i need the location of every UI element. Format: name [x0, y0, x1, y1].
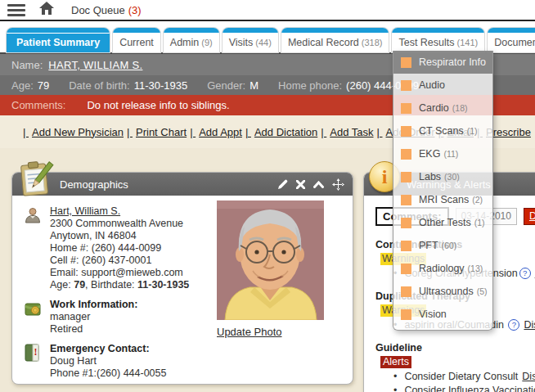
close-icon[interactable] [296, 180, 305, 189]
tab-visits[interactable]: Visits(44) [223, 28, 278, 52]
svg-text:!: ! [34, 346, 38, 358]
guideline-section: Guideline Alerts Consider Dietary Consul… [375, 342, 535, 392]
guideline-item: Consider Influenza VaccinationDismiss [393, 385, 535, 392]
tab-medical-record[interactable]: Medical Record(318) [281, 28, 389, 52]
category-square-icon [401, 241, 411, 251]
gender-field: Gender:M [207, 79, 259, 92]
tab-label: Visits [229, 37, 254, 48]
doc-queue-link[interactable]: Doc Queue [71, 4, 125, 16]
person-icon [24, 205, 50, 291]
dropdown-item-audio[interactable]: Audio [393, 74, 492, 97]
help-icon[interactable]: ? [508, 319, 519, 331]
emergency-phone: Phone #1:(260) 444-0055 [50, 367, 166, 379]
tab-documents[interactable]: Documents [488, 28, 535, 52]
tab-label: Patient Summary [16, 37, 100, 48]
work-info-block: Work Information: manager Retired [24, 299, 216, 336]
top-bar: Doc Queue (3) [0, 0, 535, 21]
emergency-book-icon: ! [24, 343, 50, 380]
patient-photo [217, 201, 324, 320]
app-window: Doc Queue (3) Patient Summary Current Ad… [0, 0, 535, 392]
category-square-icon [401, 126, 411, 137]
tab-label: Test Results [398, 37, 454, 48]
demographics-header: Demographics [12, 173, 353, 196]
tab-label: Admin [170, 37, 199, 48]
chart-tab-bar: Patient Summary Current Admin(9) Visits(… [0, 21, 535, 54]
dismiss-link[interactable]: Dismiss [524, 319, 535, 331]
emergency-contact-block: ! Emergency Contact: Doug Hart Phone #1:… [24, 343, 216, 380]
category-square-icon [401, 264, 411, 274]
hamburger-menu-icon[interactable] [7, 4, 25, 16]
guideline-item: Consider Dietary ConsultDismiss [393, 371, 535, 383]
move-handle-icon[interactable] [332, 178, 344, 191]
dropdown-item-cardio[interactable]: Cardio(18) [393, 97, 492, 119]
tab-count: (141) [457, 38, 479, 47]
clipboard-icon [16, 160, 55, 199]
doc-queue-count: (3) [128, 4, 142, 16]
category-square-icon [401, 103, 411, 114]
email: Email: support@mieweb.com [50, 267, 183, 278]
tab-count: (44) [255, 38, 272, 47]
update-photo-link[interactable]: Update Photo [217, 326, 282, 338]
edit-pencil-icon[interactable] [277, 179, 288, 190]
home-icon[interactable] [38, 1, 55, 19]
tab-label: Medical Record [288, 37, 359, 48]
add-task-link[interactable]: Add Task [317, 126, 373, 138]
category-square-icon [401, 286, 411, 297]
tab-test-results[interactable]: Test Results(141) [392, 28, 484, 52]
print-chart-link[interactable]: Print Chart [124, 126, 187, 138]
category-square-icon [401, 309, 411, 320]
demographics-patient-name-link[interactable]: Hart, William S. [50, 205, 120, 217]
patient-contact-block: Hart, William S. 2300 Commonwealth Avenu… [24, 205, 216, 291]
tab-count: (318) [362, 38, 383, 47]
dropdown-item-ct-scans[interactable]: CT Scans(1) [393, 119, 492, 142]
age-field: Age:79 [11, 79, 49, 92]
dob-field: Date of birth:11-30-1935 [69, 79, 187, 92]
tab-count: (9) [201, 38, 212, 47]
dropdown-item-vision[interactable]: Vision [393, 303, 492, 326]
address-line1: 2300 Commonwealth Avenue [50, 218, 183, 229]
dropdown-item-pft[interactable]: PFT(60) [393, 234, 492, 257]
section-title: Guideline [375, 342, 535, 354]
category-square-icon [401, 195, 411, 205]
add-new-physician-link[interactable]: Add New Physician [20, 126, 124, 138]
emergency-name: Doug Hart [50, 355, 97, 367]
category-square-icon [401, 218, 411, 228]
tab-patient-summary[interactable]: Patient Summary [7, 28, 110, 52]
patient-name-link[interactable]: HART, WILLIAM S. [48, 59, 142, 71]
comments-text: Do not release info to siblings. [87, 99, 229, 111]
category-square-icon [401, 172, 411, 182]
cell-phone: Cell #: (260) 437-0001 [50, 255, 151, 266]
address-line2: Anytown, IN 46804 [50, 230, 137, 241]
work-title: Work Information: [50, 299, 137, 310]
home-phone: Home #: (260) 444-0099 [50, 242, 161, 254]
alerts-tag: Alerts [380, 356, 411, 368]
age-birthdate-line: Age: 79, Birthdate: 11-30-1935 [50, 279, 189, 291]
help-icon[interactable]: ? [519, 268, 531, 279]
comments-label: Comments: [11, 99, 65, 111]
demographics-panel: Demographics Hart, William S. 2300 Commo… [11, 172, 353, 385]
add-dictation-link[interactable]: Add Dictation [242, 126, 317, 138]
dismiss-link[interactable]: Dismiss [522, 371, 535, 382]
dropdown-item-labs[interactable]: Labs(30) [393, 165, 492, 188]
work-occupation: manager [50, 311, 90, 322]
work-status: Retired [50, 323, 83, 335]
tab-label: Documents [494, 37, 535, 48]
collapse-chevron-icon[interactable] [313, 181, 324, 188]
category-square-icon [401, 57, 411, 68]
panel-title: Demographics [60, 178, 128, 191]
add-appt-link[interactable]: Add Appt [187, 126, 242, 138]
dropdown-item-radiology[interactable]: Radiology(13) [393, 257, 492, 280]
dropdown-item-ekg[interactable]: EKG(11) [393, 142, 492, 165]
dropdown-item-respirator-info[interactable]: Respirator Info [393, 51, 492, 74]
dropdown-item-other-tests[interactable]: Other Tests(1) [393, 211, 492, 234]
tab-admin[interactable]: Admin(9) [164, 28, 219, 52]
dropdown-item-ultrasounds[interactable]: Ultrasounds(5) [393, 280, 492, 303]
tab-label: Current [119, 37, 154, 48]
tab-current[interactable]: Current [113, 28, 160, 52]
name-label: Name: [11, 59, 43, 71]
test-results-dropdown: Respirator Info Audio Cardio(18) CT Scan… [393, 51, 493, 331]
emergency-title: Emergency Contact: [50, 343, 150, 354]
dropdown-item-mri-scans[interactable]: MRI Scans(2) [393, 188, 492, 211]
category-square-icon [401, 149, 411, 160]
category-square-icon [401, 80, 411, 91]
